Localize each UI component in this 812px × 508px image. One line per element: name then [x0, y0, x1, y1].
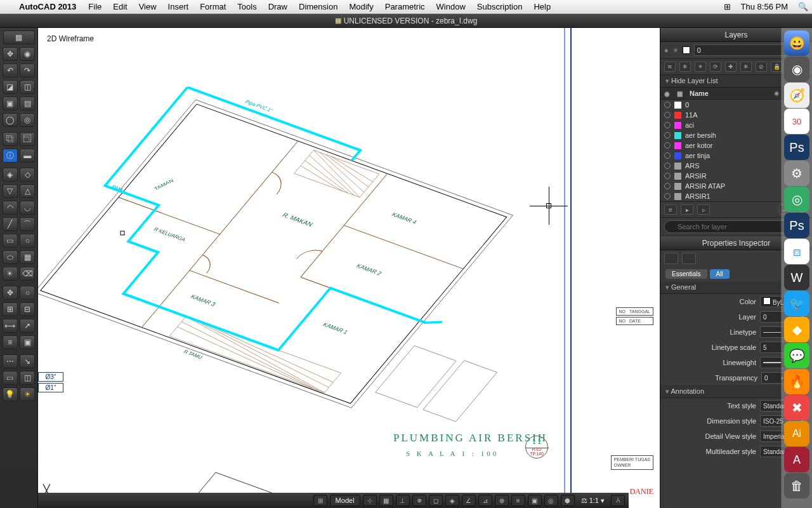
tool-erase[interactable]: ⌫ — [20, 267, 35, 281]
tool-mirror[interactable]: ⿹ — [20, 132, 35, 146]
tool-presspull[interactable]: ▤ — [20, 97, 35, 110]
tool-section[interactable]: ▬ — [20, 149, 35, 163]
tool-face[interactable]: ◈ — [3, 168, 18, 182]
tool-dim[interactable]: ⟷ — [3, 319, 18, 333]
menubar-clock[interactable]: Thu 8:56 PM — [735, 2, 794, 11]
tool-cube[interactable]: ▦ — [3, 30, 35, 44]
sb-osnap[interactable]: ◻ — [429, 495, 443, 506]
menu-dimension[interactable]: Dimension — [293, 2, 343, 11]
sb-otrack[interactable]: ∠ — [462, 495, 476, 506]
dock-app2[interactable]: ◎ — [784, 187, 809, 212]
menu-tools[interactable]: Tools — [232, 2, 262, 11]
menu-format[interactable]: Format — [194, 2, 232, 11]
tool-block[interactable]: ▣ — [20, 335, 35, 349]
layer-del[interactable]: ▹ — [697, 204, 710, 215]
dock-app[interactable]: ◉ — [784, 57, 809, 82]
sb-3dosnap[interactable]: ◈ — [445, 495, 459, 506]
dock-ps[interactable]: Ps — [784, 135, 809, 160]
menu-view[interactable]: View — [133, 2, 162, 11]
tool-copy[interactable]: ⿻ — [3, 132, 18, 146]
dock-dropbox[interactable]: ⧈ — [784, 239, 809, 264]
tool-circle[interactable]: ○ — [20, 234, 35, 248]
tool-layer[interactable]: ≡ — [3, 335, 18, 349]
menu-help[interactable]: Help — [528, 2, 556, 11]
menu-insert[interactable]: Insert — [162, 2, 195, 11]
dock-app3[interactable]: W — [784, 265, 809, 290]
dock-fire[interactable]: 🔥 — [784, 369, 809, 394]
sun-icon[interactable]: ☀ — [672, 46, 679, 55]
prop-tab-1[interactable] — [664, 253, 678, 264]
tool-render[interactable]: ☀ — [3, 267, 18, 281]
sb-ducs[interactable]: ⊿ — [478, 495, 492, 506]
dock-line[interactable]: 💬 — [784, 343, 809, 368]
app-name[interactable]: AutoCAD 2013 — [13, 2, 82, 11]
tool-hatch[interactable]: ▦ — [20, 250, 35, 264]
dock-sys[interactable]: ⚙ — [784, 161, 809, 186]
menu-file[interactable]: File — [82, 2, 107, 11]
tab-essentials[interactable]: Essentials — [665, 269, 707, 279]
tool-move[interactable]: ✥ — [3, 47, 18, 61]
tool-union[interactable]: ◯ — [3, 113, 18, 127]
tool-fillet[interactable]: ◠ — [3, 201, 18, 215]
sb-lw[interactable]: ≡ — [511, 495, 525, 506]
sb-dyn[interactable]: ⊕ — [495, 495, 509, 506]
sb-3d[interactable]: ⬢ — [561, 495, 575, 506]
menu-draw[interactable]: Draw — [263, 2, 293, 11]
layer-tool-5[interactable]: ✚ — [725, 62, 737, 72]
tool-box2[interactable]: ◫ — [20, 80, 35, 94]
layer-color-swatch[interactable] — [683, 46, 690, 54]
sb-qs[interactable]: ◎ — [544, 495, 558, 506]
sb-grid2[interactable]: ▦ — [379, 495, 393, 506]
tool-chamfer[interactable]: ◡ — [20, 201, 35, 215]
tool-undo[interactable]: ↶ — [3, 64, 18, 77]
bulb-icon[interactable]: ● — [664, 46, 669, 54]
layer-tool-2[interactable]: ❄ — [679, 62, 691, 72]
tool-info[interactable]: ⓘ — [3, 149, 18, 163]
sb-tr[interactable]: ▣ — [528, 495, 542, 506]
layer-tool-7[interactable]: ⊘ — [756, 62, 767, 72]
tool-group[interactable]: ⊞ — [3, 302, 18, 316]
tool-shell[interactable]: △ — [20, 184, 35, 198]
menu-modify[interactable]: Modify — [343, 2, 379, 11]
menubar-icon[interactable]: ⊞ — [720, 2, 735, 11]
dock-finder[interactable]: 😀 — [784, 30, 809, 56]
dock-cal[interactable]: 30 — [784, 109, 809, 134]
prop-tab-2[interactable] — [682, 253, 696, 264]
tool-view1[interactable]: ▭ — [3, 371, 18, 385]
tool-arc[interactable]: ⌒ — [20, 217, 35, 231]
sb-ann[interactable]: 𝙰 — [611, 495, 625, 506]
tool-more2[interactable]: ↘ — [20, 354, 35, 368]
tool-more1[interactable]: ⋯ — [3, 354, 18, 368]
sb-ortho[interactable]: ⊥ — [396, 495, 410, 506]
menu-window[interactable]: Window — [431, 2, 471, 11]
dock-ps2[interactable]: Ps — [784, 213, 809, 238]
layer-tool-3[interactable]: ☀ — [695, 62, 706, 72]
spotlight-icon[interactable]: 🔍 — [794, 2, 812, 11]
tool-box[interactable]: ◪ — [3, 80, 18, 94]
tab-all[interactable]: All — [710, 269, 730, 279]
sb-polar[interactable]: ✵ — [412, 495, 426, 506]
menu-edit[interactable]: Edit — [107, 2, 133, 11]
sb-snap[interactable]: ⊹ — [363, 495, 377, 506]
dock-safari[interactable]: 🧭 — [784, 83, 809, 108]
tool-edge[interactable]: ◇ — [20, 168, 35, 182]
tool-sun[interactable]: ☀ — [20, 387, 35, 401]
layer-tool-4[interactable]: ⟳ — [710, 62, 721, 72]
menu-parametric[interactable]: Parametric — [379, 2, 431, 11]
layer-new[interactable]: ▸ — [681, 204, 693, 215]
layer-tool-1[interactable]: ≋ — [664, 62, 676, 72]
sb-grid[interactable]: ⊞ — [313, 495, 327, 506]
tool-leader[interactable]: ↗ — [20, 319, 35, 333]
tool-line[interactable]: ╱ — [3, 217, 18, 231]
dock-app5[interactable]: ✖ — [784, 395, 809, 420]
dock-acad[interactable]: A — [784, 447, 809, 472]
tool-light[interactable]: 💡 — [3, 387, 18, 401]
dock-ai[interactable]: Ai — [784, 421, 809, 446]
dock-trash[interactable]: 🗑 — [784, 473, 809, 498]
sb-model[interactable]: Model — [330, 495, 360, 506]
tool-taper[interactable]: ▽ — [3, 184, 18, 198]
dock-twitter[interactable]: 🐦 — [784, 291, 809, 316]
layer-tool-6[interactable]: ❄ — [740, 62, 752, 72]
menu-subscription[interactable]: Subscription — [471, 2, 528, 11]
drawing-canvas[interactable]: 2D Wireframe — [38, 28, 660, 508]
